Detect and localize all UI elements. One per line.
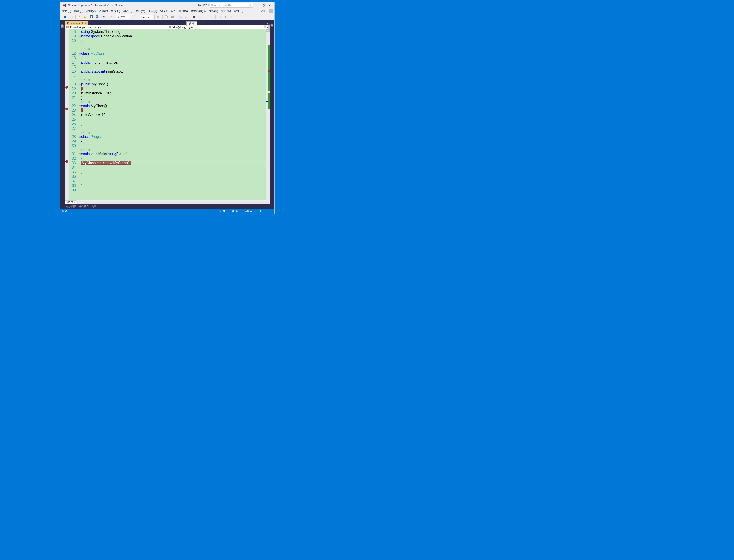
- vertical-scrollbar[interactable]: [266, 29, 270, 200]
- code-line[interactable]: 0 个引用: [69, 100, 266, 104]
- tab-output[interactable]: 输出: [92, 205, 97, 208]
- close-tab-icon[interactable]: ✕: [85, 22, 87, 24]
- comment-button[interactable]: [170, 14, 175, 19]
- menu-edit[interactable]: 编辑(E): [73, 9, 85, 14]
- code-line[interactable]: 22⊟ static MyClass(): [69, 104, 266, 108]
- start-button[interactable]: ▶ 启动 ▾: [116, 14, 130, 19]
- config-dropdown[interactable]: Debug▾: [140, 15, 154, 19]
- code-line[interactable]: 27: [69, 126, 266, 131]
- code-line[interactable]: 0 个引用: [69, 131, 266, 135]
- code-line[interactable]: 18⊟ public MyClass(): [69, 82, 266, 87]
- breakpoint-margin[interactable]: [65, 29, 69, 200]
- menu-arch[interactable]: 体系结构(C): [190, 9, 207, 14]
- code-line[interactable]: 29 {: [69, 139, 266, 144]
- doc-tab-program[interactable]: Program.cs ✕: [65, 21, 89, 25]
- code-line[interactable]: 36: [69, 174, 266, 179]
- code-line[interactable]: 1 个引用: [69, 78, 266, 82]
- svn-button[interactable]: [156, 14, 161, 19]
- code-editor[interactable]: 8using System.Threading;9⊟namespace Cons…: [65, 29, 270, 200]
- code-line[interactable]: 20 numInstance = 10;: [69, 91, 266, 96]
- menu-visualsvn[interactable]: VISUALSVN: [159, 9, 177, 13]
- code-line[interactable]: 4 个引用: [69, 48, 266, 51]
- minimize-button[interactable]: —: [254, 3, 260, 8]
- menu-file[interactable]: 文件(F): [61, 9, 73, 14]
- notifications-flag[interactable]: 11: [203, 4, 209, 7]
- nav-back-button[interactable]: [63, 14, 68, 19]
- code-line[interactable]: 24 numStatic = 10;: [69, 113, 266, 117]
- indent-right-button[interactable]: [184, 14, 189, 19]
- menu-help[interactable]: 帮助(H): [233, 9, 245, 14]
- menu-build[interactable]: 生成(B): [109, 9, 122, 14]
- code-line[interactable]: 17: [69, 74, 266, 78]
- pin-icon[interactable]: [81, 22, 84, 24]
- code-line[interactable]: 12⊟ class MyClass: [69, 51, 266, 56]
- side-tab-properties[interactable]: 属性: [271, 22, 274, 204]
- code-line[interactable]: 19 {: [69, 87, 266, 91]
- menu-analyze[interactable]: 分析(N): [207, 9, 220, 14]
- code-line[interactable]: 15: [69, 65, 266, 69]
- menu-project[interactable]: 项目(P): [97, 9, 109, 14]
- redo-button[interactable]: [108, 14, 113, 19]
- step-into-button[interactable]: ↓: [203, 14, 208, 19]
- code-line[interactable]: 13 {: [69, 56, 266, 60]
- horizontal-scrollbar[interactable]: ◂▸: [77, 201, 269, 204]
- code-line[interactable]: 30: [69, 144, 266, 148]
- code-line[interactable]: 11: [69, 43, 266, 48]
- code-line[interactable]: 14 public int numInstance;: [69, 60, 266, 65]
- code-line[interactable]: 25 }: [69, 117, 266, 122]
- quick-launch-input[interactable]: 快速启动 (Ctrl+Q): [210, 3, 253, 8]
- menu-test[interactable]: 测试(S): [177, 9, 190, 14]
- find-files-button[interactable]: [164, 14, 169, 19]
- browser-button[interactable]: [132, 14, 137, 19]
- code-line[interactable]: 37: [69, 179, 266, 183]
- sign-in-link[interactable]: 登录: [259, 9, 268, 14]
- step-out-button[interactable]: ↑: [209, 14, 214, 19]
- save-button[interactable]: [89, 14, 94, 19]
- side-tab-server-explorer[interactable]: 服务器资源管理器: [60, 22, 61, 204]
- code-line[interactable]: 39}: [69, 188, 266, 192]
- code-line[interactable]: 26 }: [69, 122, 266, 126]
- code-line[interactable]: 32 {: [69, 156, 266, 161]
- code-line[interactable]: 21 }: [69, 96, 266, 100]
- code-line[interactable]: 34: [69, 165, 266, 170]
- code-line[interactable]: 23 {: [69, 108, 266, 113]
- close-button[interactable]: ✕: [267, 3, 273, 8]
- menu-team[interactable]: 团队(M): [134, 9, 147, 14]
- run-to-button[interactable]: ⬇: [223, 14, 228, 19]
- step-over-button[interactable]: ⤵: [197, 14, 202, 19]
- indent-left-button[interactable]: [178, 14, 183, 19]
- new-project-button[interactable]: [77, 14, 82, 19]
- menu-tools[interactable]: 工具(T): [147, 9, 159, 14]
- tab-error-list[interactable]: 错误列表: [66, 205, 76, 208]
- tab-command-window[interactable]: 命令窗口: [79, 205, 89, 208]
- code-line[interactable]: 28⊟ class Program: [69, 135, 266, 139]
- hex-button[interactable]: ⬚: [217, 14, 222, 19]
- side-tab-datasource[interactable]: 数据源: [61, 22, 64, 204]
- menu-window[interactable]: 窗口(W): [220, 9, 233, 14]
- code-line[interactable]: 10{: [69, 38, 266, 43]
- code-line[interactable]: 0 个引用: [69, 148, 266, 152]
- avatar-icon[interactable]: [269, 9, 274, 13]
- show-next-button[interactable]: ⇧: [229, 14, 234, 19]
- zoom-dropdown[interactable]: 100 % ▾: [65, 200, 76, 204]
- code-line[interactable]: 9⊟namespace ConsoleApplication1: [69, 34, 266, 38]
- nav-fwd-button[interactable]: [69, 14, 74, 19]
- code-line[interactable]: 33 MyClass mc = new MyClass();: [69, 161, 266, 165]
- breakpoint-icon[interactable]: [65, 108, 68, 110]
- feedback-icon[interactable]: [197, 3, 202, 8]
- save-all-button[interactable]: [95, 14, 100, 19]
- code-line[interactable]: 31⊟ static void Main(string[] args): [69, 152, 266, 156]
- nav-type-dropdown[interactable]: ConsoleApplication1.Program ▾: [65, 25, 167, 29]
- menu-debug[interactable]: 调试(D): [122, 9, 134, 14]
- breakpoint-icon[interactable]: [65, 86, 68, 89]
- breakpoint-icon[interactable]: [65, 160, 68, 163]
- bookmark-button[interactable]: [192, 14, 197, 19]
- code-line[interactable]: 38 }: [69, 183, 266, 188]
- code-line[interactable]: 16 public static int numStatic;: [69, 69, 266, 74]
- nav-member-dropdown[interactable]: Main(string[] args) ▾: [167, 25, 270, 29]
- open-button[interactable]: [83, 14, 88, 19]
- maximize-button[interactable]: ▢: [260, 3, 267, 8]
- code-line[interactable]: 8using System.Threading;: [69, 29, 266, 34]
- split-handle[interactable]: [266, 29, 270, 32]
- undo-button[interactable]: [103, 14, 108, 19]
